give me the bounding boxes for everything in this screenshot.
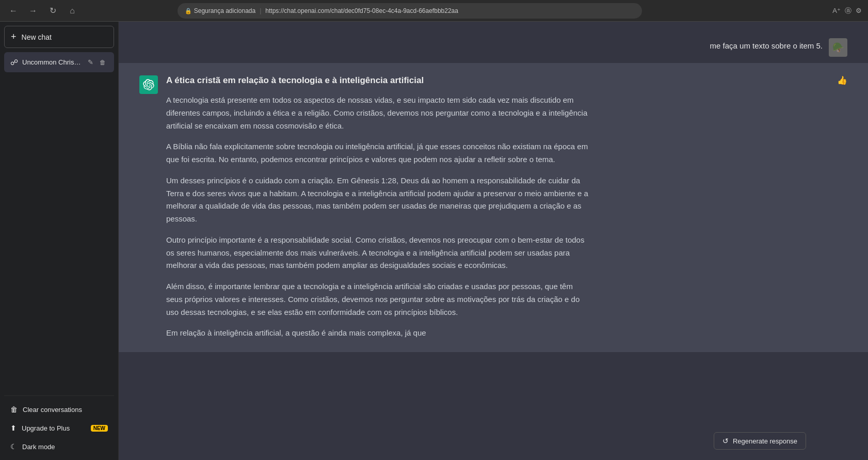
home-button[interactable]: ⌂	[65, 4, 79, 18]
upgrade-to-plus-button[interactable]: Upgrade to Plus NEW	[4, 419, 114, 437]
assistant-content: A ética cristã em relação à tecnologia e…	[166, 75, 589, 340]
avatar: 🪖	[829, 38, 847, 57]
assistant-body: A tecnologia está presente em todos os a…	[166, 94, 589, 340]
chat-icon: ☍	[10, 58, 18, 67]
regenerate-label: Regenerate response	[733, 437, 797, 445]
reload-button[interactable]: ↻	[45, 4, 60, 18]
plus-icon: +	[11, 31, 17, 42]
address-separator: |	[260, 7, 261, 14]
chat-history-label: Uncommon Christian B	[22, 58, 82, 66]
security-badge: Segurança adicionada	[185, 7, 255, 14]
chat-history-item[interactable]: ☍ Uncommon Christian B	[4, 52, 114, 72]
new-chat-button[interactable]: + New chat	[4, 26, 114, 48]
assistant-paragraph-2: Um desses princípios é o cuidado com a c…	[166, 175, 589, 226]
chat-history-icons	[86, 57, 108, 67]
extensions-icon: ⚙	[856, 7, 862, 14]
regenerate-response-button[interactable]: Regenerate response	[714, 432, 806, 450]
security-text: Segurança adicionada	[194, 7, 255, 14]
browser-right-icons: A⁺ ⓐ ⚙	[832, 6, 862, 15]
assistant-title: A ética cristã em relação à tecnologia e…	[166, 75, 589, 86]
app-layout: + New chat ☍ Uncommon Christian B Clear …	[0, 22, 868, 460]
regen-icon	[722, 437, 729, 445]
clear-conversations-button[interactable]: Clear conversations	[4, 400, 114, 419]
chat-messages: me faça um texto sobre o item 5. 🪖 A éti…	[119, 22, 868, 460]
new-badge: NEW	[91, 425, 108, 432]
dark-mode-button[interactable]: Dark mode	[4, 437, 114, 456]
clear-icon	[10, 405, 18, 414]
new-chat-label: New chat	[22, 33, 52, 41]
dark-mode-label: Dark mode	[22, 443, 55, 451]
sidebar-spacer	[4, 72, 114, 395]
upgrade-icon	[10, 424, 17, 432]
reader-icon: A⁺	[832, 7, 841, 14]
trash-icon	[100, 58, 106, 66]
thumbs-up-button[interactable]: 👍	[837, 75, 847, 85]
profile-icon: ⓐ	[845, 6, 851, 15]
forward-button[interactable]: →	[26, 4, 40, 18]
upgrade-label: Upgrade to Plus	[22, 424, 70, 432]
dark-icon	[10, 442, 17, 451]
assistant-message-row: A ética cristã em relação à tecnologia e…	[119, 63, 868, 352]
delete-chat-button[interactable]	[98, 57, 108, 67]
main-content: me faça um texto sobre o item 5. 🪖 A éti…	[119, 22, 868, 460]
address-bar[interactable]: Segurança adicionada | https://chat.open…	[178, 3, 642, 19]
shield-icon	[185, 7, 192, 14]
assistant-paragraph-4: Além disso, é importante lembrar que a t…	[166, 280, 589, 319]
user-message-row: me faça um texto sobre o item 5. 🪖	[119, 32, 868, 63]
address-url: https://chat.openai.com/chat/dec0fd75-08…	[265, 7, 458, 14]
assistant-paragraph-5: Em relação à inteligência artificial, a …	[166, 327, 589, 340]
assistant-avatar	[139, 75, 158, 94]
assistant-paragraph-3: Outro princípio importante é a responsab…	[166, 234, 589, 272]
sidebar-bottom: Clear conversations Upgrade to Plus NEW …	[4, 395, 114, 456]
browser-chrome: ← → ↻ ⌂ Segurança adicionada | https://c…	[0, 0, 868, 22]
user-message-text: me faça um texto sobre o item 5.	[710, 38, 823, 50]
edit-chat-button[interactable]	[86, 57, 95, 67]
sidebar: + New chat ☍ Uncommon Christian B Clear …	[0, 22, 119, 460]
back-button[interactable]: ←	[6, 4, 21, 18]
assistant-paragraph-1: A Bíblia não fala explicitamente sobre t…	[166, 140, 589, 166]
clear-conversations-label: Clear conversations	[23, 406, 82, 414]
pencil-icon	[88, 58, 93, 66]
assistant-paragraph-0: A tecnologia está presente em todos os a…	[166, 94, 589, 132]
